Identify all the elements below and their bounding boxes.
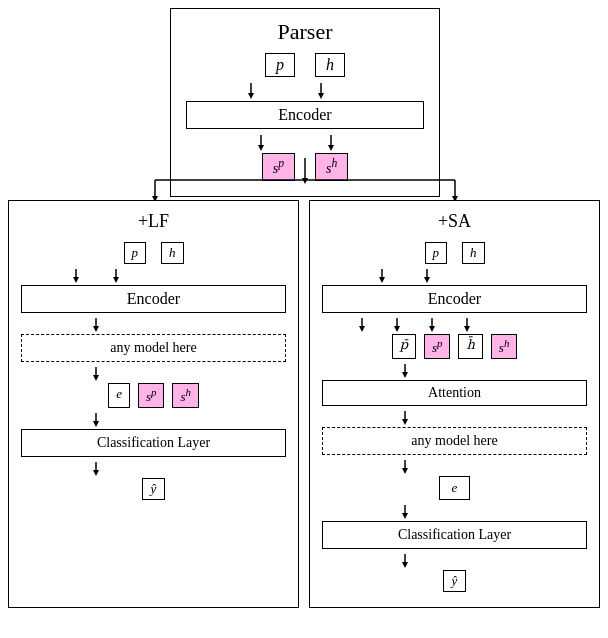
lf-encoder: Encoder [21, 285, 286, 313]
parser-input-h: h [315, 53, 345, 77]
lf-arrow2 [21, 318, 286, 334]
parser-encoder: Encoder [186, 101, 424, 129]
svg-marker-39 [464, 326, 470, 332]
lf-arrow4 [21, 413, 286, 429]
lf-arrow1 [21, 269, 286, 285]
svg-marker-33 [359, 326, 365, 332]
svg-marker-49 [402, 562, 408, 568]
svg-marker-31 [424, 277, 430, 283]
lf-e: e [108, 383, 130, 408]
sa-e-row: e [322, 476, 587, 500]
svg-marker-27 [93, 470, 99, 476]
svg-marker-23 [93, 375, 99, 381]
sa-hbar: h̄ [458, 334, 482, 359]
lf-sh: sh [172, 383, 198, 408]
lf-input-h: h [161, 242, 184, 264]
sa-sp: sp [424, 334, 450, 359]
parser-input-arrows [186, 83, 424, 101]
sa-arrow2 [322, 318, 587, 334]
parser-title: Parser [186, 19, 424, 45]
svg-marker-29 [379, 277, 385, 283]
lf-inputs: p h [21, 242, 286, 264]
lf-classification: Classification Layer [21, 429, 286, 457]
sa-arrow7 [322, 554, 587, 570]
svg-marker-5 [258, 145, 264, 151]
parser-output-sh: sh [315, 153, 348, 181]
lf-output-row: e sp sh [21, 383, 286, 408]
lf-title: +LF [21, 211, 286, 232]
svg-marker-19 [113, 277, 119, 283]
sa-arrow1 [322, 269, 587, 285]
sa-inputs: p h [322, 242, 587, 264]
svg-marker-35 [394, 326, 400, 332]
svg-marker-45 [402, 468, 408, 474]
bottom-panels: +LF p h Encoder any model here [8, 200, 600, 608]
svg-marker-7 [328, 145, 334, 151]
lf-any-model: any model here [21, 334, 286, 362]
sa-arrow6 [322, 505, 587, 521]
sa-attention: Attention [322, 380, 587, 406]
sa-middle-row: p̄ sp h̄ sh [322, 334, 587, 359]
sa-arrow5 [322, 460, 587, 476]
sa-classification: Classification Layer [322, 521, 587, 549]
sa-output-row: ŷ [322, 570, 587, 592]
svg-marker-43 [402, 419, 408, 425]
lf-output-row: ŷ [21, 478, 286, 500]
svg-marker-3 [318, 93, 324, 99]
parser-outputs: sp sh [186, 153, 424, 181]
parser-box: Parser p h Encoder sp sh [170, 8, 440, 197]
sa-arrow4 [322, 411, 587, 427]
parser-output-sp: sp [262, 153, 295, 181]
svg-marker-41 [402, 372, 408, 378]
lf-arrow3 [21, 367, 286, 383]
parser-inputs: p h [186, 53, 424, 77]
lf-arrow5 [21, 462, 286, 478]
sa-encoder: Encoder [322, 285, 587, 313]
sa-sh: sh [491, 334, 517, 359]
sa-panel: +SA p h Encoder [309, 200, 600, 608]
lf-sp: sp [138, 383, 164, 408]
parser-input-p: p [265, 53, 295, 77]
svg-marker-17 [73, 277, 79, 283]
sa-title: +SA [322, 211, 587, 232]
svg-marker-37 [429, 326, 435, 332]
parser-encoder-arrows [186, 135, 424, 153]
lf-input-p: p [124, 242, 147, 264]
sa-input-h: h [462, 242, 485, 264]
lf-panel: +LF p h Encoder any model here [8, 200, 299, 608]
lf-output: ŷ [142, 478, 166, 500]
sa-arrow3 [322, 364, 587, 380]
sa-any-model: any model here [322, 427, 587, 455]
sa-pbar: p̄ [392, 334, 416, 359]
svg-marker-25 [93, 421, 99, 427]
sa-e: e [439, 476, 471, 500]
sa-output: ŷ [443, 570, 467, 592]
diagram: Parser p h Encoder sp sh [0, 0, 608, 638]
svg-marker-1 [248, 93, 254, 99]
svg-marker-21 [93, 326, 99, 332]
sa-input-p: p [425, 242, 448, 264]
svg-marker-47 [402, 513, 408, 519]
